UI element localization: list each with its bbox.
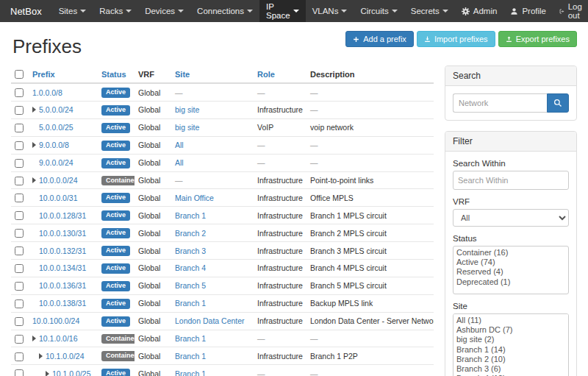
description-value: Branch 1 P2P [310,352,358,361]
role-value: Infrastructure [257,281,303,290]
prefix-link[interactable]: 10.1.0.0/25 [52,369,91,376]
row-checkbox[interactable] [15,124,24,132]
column-header-vrf: VRF [135,65,171,83]
option[interactable]: Ashburn DC (7) [455,325,567,335]
row-checkbox[interactable] [15,335,24,344]
nav-item-ip-space[interactable]: IP Space [259,0,306,22]
brand-logo[interactable]: NetBox [0,0,52,22]
option[interactable]: big site (2) [455,335,567,344]
nav-item-circuits[interactable]: Circuits [354,0,404,22]
prefix-link[interactable]: 10.0.0.0/24 [39,176,78,185]
prefix-link[interactable]: 10.1.0.0/16 [39,334,78,343]
row-checkbox[interactable] [15,177,24,185]
option[interactable]: Branch 2 (10) [455,355,567,364]
prefix-link[interactable]: 10.0.100.0/24 [32,316,79,325]
status-badge: Active [101,263,130,274]
prefix-table-body: 1.0.0.0/8ActiveGlobal———5.0.0.0/24Active… [11,83,434,376]
logout-link[interactable]: Log out [553,0,588,22]
column-header-prefix[interactable]: Prefix [29,65,98,83]
row-checkbox[interactable] [15,246,24,255]
row-checkbox[interactable] [15,194,24,202]
expand-children-icon[interactable] [32,107,36,113]
row-checkbox[interactable] [15,282,24,291]
prefix-link[interactable]: 10.0.0.136/31 [39,281,86,290]
expand-children-icon[interactable] [39,353,43,359]
nav-item-sites[interactable]: Sites [52,0,93,22]
site-link[interactable]: Branch 5 [175,281,206,290]
site-link[interactable]: Branch 3 [175,246,206,255]
site-listbox[interactable]: All (11)Ashburn DC (7)big site (2)Branch… [453,313,569,376]
expand-children-icon[interactable] [46,371,49,376]
option[interactable]: Reserved (4) [455,267,567,277]
row-checkbox[interactable] [15,141,24,150]
site-link[interactable]: big site [175,123,199,132]
expand-children-icon[interactable] [32,142,36,148]
nav-item-secrets[interactable]: Secrets [404,0,455,22]
row-checkbox[interactable] [15,369,24,376]
row-checkbox[interactable] [15,229,24,238]
option[interactable]: Active (74) [455,258,567,267]
description-value: Branch 3 MPLS circuit [310,246,387,255]
vrf-value: Global [138,299,160,308]
nav-item-vlans[interactable]: VLANs [306,0,354,22]
chevron-down-icon [392,10,398,13]
prefix-link[interactable]: 5.0.0.0/24 [39,105,74,114]
prefix-link[interactable]: 10.0.0.128/31 [39,211,86,220]
filter-panel-heading: Filter [445,132,576,152]
site-link[interactable]: All [175,158,184,167]
prefix-link[interactable]: 1.0.0.0/8 [32,88,62,97]
prefix-link[interactable]: 10.0.0.134/31 [39,263,86,272]
row-checkbox[interactable] [15,352,24,361]
row-checkbox[interactable] [15,317,24,326]
site-link[interactable]: Branch 1 [175,352,206,361]
site-link[interactable]: Branch 1 [175,211,206,220]
site-link[interactable]: big site [175,105,199,114]
row-checkbox[interactable] [15,106,24,115]
column-header-role[interactable]: Role [254,65,306,83]
profile-link[interactable]: Profile [503,0,553,22]
expand-children-icon[interactable] [32,336,36,341]
row-checkbox[interactable] [15,264,24,273]
prefix-link[interactable]: 10.1.0.0/24 [46,352,85,361]
select-all-checkbox[interactable] [15,70,24,79]
prefix-link[interactable]: 10.0.0.132/31 [39,246,86,255]
site-link[interactable]: London Data Center [175,316,245,325]
expand-children-icon[interactable] [32,177,36,183]
nav-item-connections[interactable]: Connections [190,0,259,22]
site-link[interactable]: All [175,141,184,149]
admin-link[interactable]: Admin [455,0,504,22]
status-listbox[interactable]: Container (16)Active (74)Reserved (4)Dep… [453,246,569,294]
option[interactable]: Container (16) [455,248,567,258]
option[interactable]: Deprecated (1) [455,277,567,287]
column-header-status[interactable]: Status [98,65,135,83]
row-checkbox[interactable] [15,88,24,97]
search-button[interactable] [547,93,569,113]
option[interactable]: Branch 3 (6) [455,364,567,374]
option[interactable]: All (11) [455,316,567,325]
prefix-link[interactable]: 10.0.0.130/31 [39,229,86,238]
prefix-link[interactable]: 10.0.0.0/31 [39,194,78,202]
vrf-select[interactable]: All [453,209,569,227]
prefix-link[interactable]: 9.0.0.0/8 [39,141,69,149]
nav-item-racks[interactable]: Racks [93,0,138,22]
prefix-link[interactable]: 10.0.0.138/31 [39,299,86,308]
prefix-link[interactable]: 5.0.0.0/25 [39,123,74,132]
option[interactable]: Branch 1 (14) [455,345,567,355]
site-link[interactable]: Branch 4 [175,263,206,272]
import-prefixes-button[interactable]: Import prefixes [417,31,495,47]
site-link[interactable]: Branch 1 [175,299,206,308]
site-link[interactable]: Main Office [175,194,214,202]
column-header-site[interactable]: Site [171,65,254,83]
site-link[interactable]: Branch 1 [175,369,206,376]
row-checkbox[interactable] [15,299,24,308]
nav-item-devices[interactable]: Devices [138,0,190,22]
search-input[interactable] [453,93,547,113]
row-checkbox[interactable] [15,159,24,168]
row-checkbox[interactable] [15,211,24,220]
prefix-link[interactable]: 9.0.0.0/24 [39,158,74,167]
export-prefixes-button[interactable]: Export prefixes [498,31,577,47]
site-link[interactable]: Branch 2 [175,229,206,238]
site-link[interactable]: Branch 1 [175,334,206,343]
add-prefix-button[interactable]: Add a prefix [345,31,414,47]
search-within-input[interactable] [453,171,569,190]
